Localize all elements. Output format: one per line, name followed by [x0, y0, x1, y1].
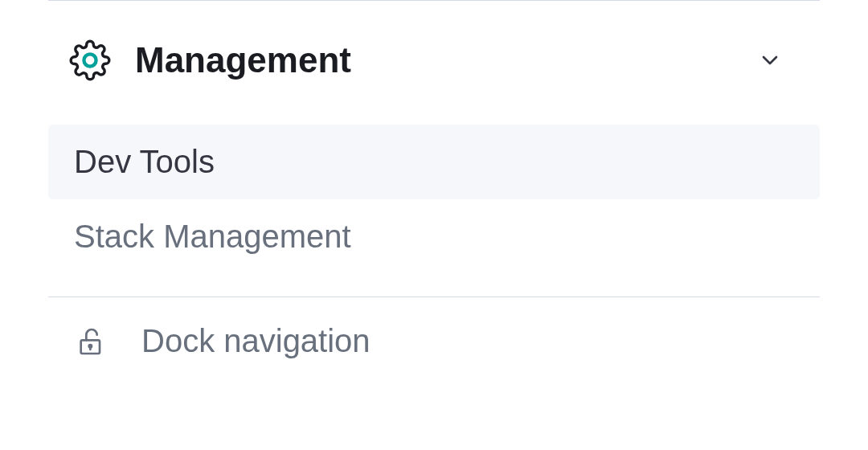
gear-icon: [68, 38, 113, 83]
nav-section-header-management[interactable]: Management: [48, 25, 820, 96]
divider: [48, 0, 820, 1]
nav-item-label: Dev Tools: [74, 144, 215, 179]
divider: [48, 297, 820, 297]
nav-item-label: Stack Management: [74, 219, 351, 254]
unlock-icon: [74, 324, 109, 359]
dock-navigation-toggle[interactable]: Dock navigation: [48, 320, 820, 362]
dock-navigation-label: Dock navigation: [141, 323, 371, 359]
nav-section-title: Management: [135, 40, 755, 80]
nav-items: Dev Tools Stack Management: [48, 125, 820, 274]
sidebar-nav: Management Dev Tools Stack Management Do…: [0, 0, 868, 362]
nav-item-stack-management[interactable]: Stack Management: [48, 199, 820, 274]
nav-item-dev-tools[interactable]: Dev Tools: [48, 125, 820, 199]
chevron-down-icon: [755, 46, 784, 75]
